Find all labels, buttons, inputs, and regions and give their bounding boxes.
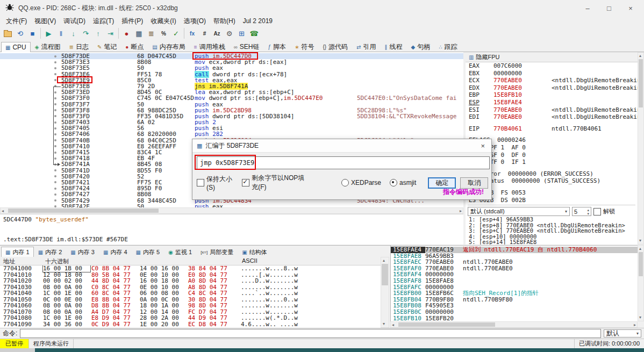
stack-pane[interactable]: 15E8FAE4770EAC19返回到 ntdll.770EAC19 自 ntd… — [390, 245, 638, 321]
disassembly-row[interactable]: 5D8F73F0C745 0C E047C45Dmov dword ptr ss… — [0, 95, 463, 101]
breakpoint-dot[interactable] — [54, 169, 56, 171]
disassembly-row[interactable]: 5D8F742E50push eax — [0, 204, 463, 207]
breakpoint-gutter[interactable] — [0, 131, 59, 137]
menu-favourites[interactable]: 收藏夹(I) — [147, 17, 180, 26]
menu-plugins[interactable]: 插件(P) — [118, 17, 147, 26]
scroll-thumb[interactable] — [8, 209, 159, 213]
tab-seh-chain[interactable]: ∞SEH链 — [230, 41, 264, 52]
breakpoint-gutter[interactable] — [0, 53, 59, 59]
tab-script[interactable]: ƒ脚本 — [263, 41, 290, 52]
calculator-button[interactable]: ⊞ — [235, 27, 248, 40]
breakpoint-gutter[interactable] — [0, 168, 59, 174]
breakpoint-gutter[interactable] — [0, 113, 59, 119]
snowman-button[interactable]: # — [198, 27, 211, 40]
breakpoint-gutter[interactable] — [0, 77, 59, 83]
breakpoint-dot[interactable] — [54, 91, 56, 94]
register-row[interactable]: EBP15E8FB10 — [466, 91, 638, 99]
tab-dump-3[interactable]: ▦内存 3 — [66, 247, 99, 257]
tab-graph[interactable]: ◈流程图 — [31, 41, 65, 52]
breakpoint-dot[interactable] — [54, 55, 56, 58]
breakpoint-gutter[interactable] — [0, 185, 59, 191]
register-row[interactable]: EIP770B4061ntdll.770B4061 — [466, 125, 638, 133]
scroll-thumb[interactable] — [398, 322, 495, 327]
breakpoint-dot[interactable] — [54, 67, 56, 69]
breakpoint-gutter[interactable] — [0, 89, 59, 95]
stack-row[interactable]: 15E8FAE4770EAC19返回到 ntdll.770EAC19 自 ntd… — [391, 247, 638, 253]
dump-row[interactable]: 7704100016 00 1B 00C0 8B 04 7714 00 16 0… — [0, 265, 381, 272]
comments-button[interactable]: ✓ — [170, 27, 182, 40]
xedparse-radio[interactable]: XEDParse — [341, 179, 381, 186]
unlock-checkbox[interactable]: 解锁 — [593, 207, 615, 215]
register-row[interactable]: EBX00000000 — [466, 70, 638, 77]
memory-map-button[interactable]: ▦ — [133, 27, 145, 40]
breakpoint-gutter[interactable] — [0, 155, 59, 161]
breakpoint-gutter[interactable] — [0, 125, 59, 131]
argument-row[interactable]: 5: [esp+14] 15E8FAE8 — [469, 239, 625, 245]
argument-row[interactable]: 1: [esp+4] 96A59BB3 — [469, 217, 625, 222]
step-into-button[interactable]: ↓ — [67, 27, 80, 40]
register-row[interactable]: EDI770EABE0<ntdll.DbgUiRemoteBreakin> — [466, 113, 638, 121]
ok-button[interactable]: 确定 — [428, 177, 456, 189]
dialog-title-bar[interactable]: ▦ 汇编于 5D8F73DE × — [192, 139, 491, 153]
breakpoint-gutter[interactable] — [0, 59, 59, 65]
breakpoint-dot[interactable] — [54, 127, 56, 130]
menu-view[interactable]: 视图(V) — [31, 17, 60, 26]
scroll-up-icon[interactable]: ▴ — [639, 53, 641, 59]
execute-till-return-button[interactable]: ⇥ — [104, 27, 117, 40]
run-button[interactable]: ▶ — [42, 27, 55, 40]
tab-dump-5[interactable]: ▦内存 5 — [132, 247, 164, 257]
tab-handles[interactable]: ◆句柄 — [406, 41, 434, 52]
step-out-button[interactable]: ↑ — [92, 27, 104, 40]
menu-trace[interactable]: 追踪(T) — [89, 17, 118, 26]
breakpoint-dot[interactable] — [54, 115, 56, 117]
dump-row[interactable]: 7704106008 00 0A 00D8 8B 04 7718 00 1A 0… — [0, 303, 381, 309]
breakpoint-dot[interactable] — [54, 109, 56, 111]
menu-file[interactable]: 文件(F) — [2, 17, 31, 26]
maximize-button[interactable]: □ — [605, 4, 613, 12]
scroll-down-icon[interactable]: ▾ — [639, 238, 641, 243]
breakpoint-gutter[interactable] — [0, 83, 59, 89]
breakpoint-dot[interactable] — [54, 193, 56, 196]
scroll-left-icon[interactable]: ◂ — [392, 322, 394, 328]
breakpoint-dot[interactable] — [54, 152, 56, 154]
menu-debug[interactable]: 调试(D) — [60, 17, 89, 26]
breakpoint-dot[interactable] — [54, 145, 56, 147]
stack-row[interactable]: 15E8FB0C00000000 — [391, 309, 638, 315]
log-button[interactable]: ≣ — [145, 27, 158, 40]
dump-vscrollbar[interactable]: ▴ ▾ — [381, 257, 389, 328]
dump-row[interactable]: 770410401C 00 1E 0060 8C 04 7706 00 08 0… — [0, 290, 381, 297]
close-process-button[interactable]: ■ — [26, 27, 39, 40]
tab-dump-2[interactable]: ▦内存 2 — [34, 247, 67, 257]
command-profile-select[interactable]: 默认 ▾ — [604, 329, 641, 337]
breakpoint-dot[interactable] — [54, 79, 56, 81]
breakpoint-gutter[interactable] — [0, 204, 59, 207]
breakpoint-dot[interactable] — [54, 97, 56, 99]
nop-fill-checkbox[interactable]: 剩余字节以NOP填充(F) — [242, 174, 308, 192]
breakpoint-dot[interactable] — [54, 103, 56, 105]
scroll-up-icon[interactable]: ▴ — [639, 246, 641, 252]
menu-help[interactable]: 帮助(H) — [210, 17, 239, 26]
breakpoint-dot[interactable] — [54, 199, 56, 202]
breakpoint-gutter[interactable] — [0, 198, 59, 204]
breakpoint-gutter[interactable] — [0, 191, 59, 197]
tab-locals[interactable]: [x=]局部变量 — [196, 247, 238, 257]
tab-threads[interactable]: ∥线程 — [380, 41, 406, 52]
patches-button[interactable]: % — [158, 27, 170, 40]
scroll-thumb[interactable] — [639, 59, 643, 107]
tab-references[interactable]: ⇄引用 — [352, 41, 380, 52]
scroll-right-icon[interactable]: ▸ — [460, 209, 462, 214]
keep-size-checkbox[interactable]: 保持大小(S) — [197, 175, 234, 191]
breakpoint-dot[interactable] — [54, 181, 56, 183]
restart-button[interactable]: ⟲ — [14, 27, 26, 40]
command-input[interactable] — [20, 329, 601, 338]
stack-row[interactable]: 15E8FB1015E8FB20 — [391, 315, 638, 321]
calling-convention-select[interactable]: 默认 (stdcall)▾ — [468, 207, 570, 216]
tab-breakpoints[interactable]: ●断点 — [121, 41, 148, 52]
tab-watch-1[interactable]: ◉监视 1 — [164, 247, 196, 257]
menu-options[interactable]: 选项(O) — [180, 17, 210, 26]
register-row[interactable]: ESI770EABE0<ntdll.DbgUiRemoteBreakin> — [466, 106, 638, 114]
tab-notes[interactable]: ✎笔记 — [93, 41, 121, 52]
register-row[interactable]: EDX770EABE0<ntdll.DbgUiRemoteBreakin> — [466, 84, 638, 92]
tab-call-stack[interactable]: ≡调用堆栈 — [190, 41, 230, 52]
breakpoint-gutter[interactable] — [0, 149, 59, 155]
